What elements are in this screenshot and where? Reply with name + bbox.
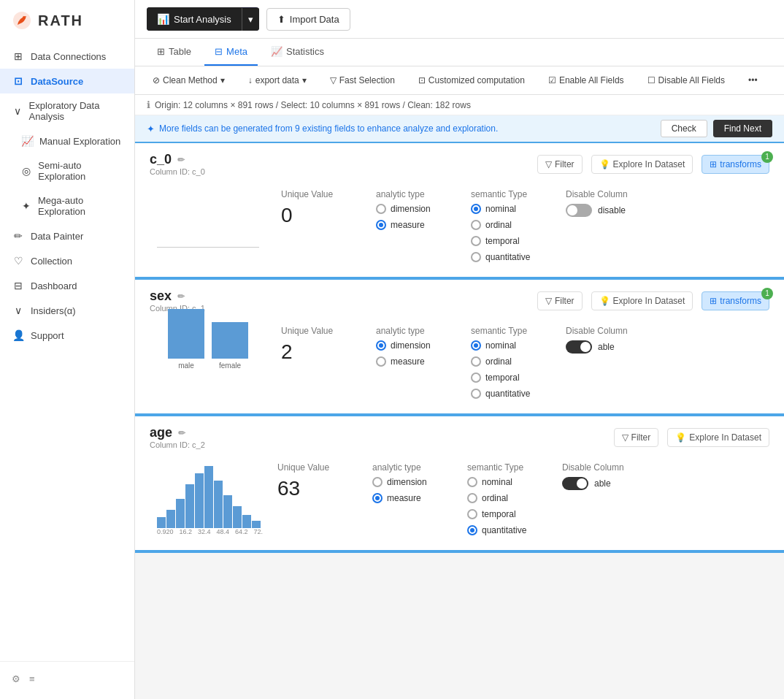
start-analysis-button[interactable]: 📊 Start Analysis ▾ (147, 7, 259, 31)
check-button[interactable]: Check (661, 120, 707, 137)
sidebar-item-data-painter[interactable]: ✏ Data Painter (0, 224, 134, 248)
column-actions-c0: ▽ Filter 💡 Explore In Dataset 1 ⊞ transf… (537, 155, 769, 174)
compute-icon: ⊡ (418, 75, 426, 85)
column-name-c1: sex ✏ (150, 289, 205, 304)
filter-button-c0[interactable]: ▽ Filter (537, 155, 583, 174)
edit-icon-c1[interactable]: ✏ (177, 291, 185, 302)
chevron-down-icon: ∨ (12, 105, 23, 117)
tab-meta[interactable]: ⊟ Meta (204, 39, 258, 66)
measure-radio-c2[interactable]: measure (372, 493, 453, 503)
sidebar-item-manual[interactable]: 📈 Manual Exploration (0, 129, 134, 153)
disable-toggle-c0[interactable] (566, 204, 592, 217)
transforms-button-c0[interactable]: 1 ⊞ transforms (702, 155, 769, 174)
export-data-button[interactable]: ↓ export data ▾ (242, 72, 312, 88)
analytic-type-label-c1: analytic type (376, 326, 456, 336)
tab-table[interactable]: ⊞ Table (147, 39, 201, 66)
hist-label-2: 32.4 (198, 528, 211, 535)
col-chart-c0 (150, 189, 266, 248)
filter-button-c2[interactable]: ▽ Filter (614, 428, 659, 447)
start-analysis-dropdown[interactable]: ▾ (242, 8, 259, 31)
settings-icon[interactable]: ⚙ (12, 673, 20, 684)
sidebar-item-mega-auto[interactable]: ✦ Mega-auto Exploration (0, 188, 134, 224)
sidebar-item-support[interactable]: 👤 Support (0, 323, 134, 348)
sidebar-item-collection[interactable]: ♡ Collection (0, 248, 134, 273)
clean-method-button[interactable]: ⊘ Clean Method ▾ (147, 72, 231, 88)
disable-all-fields-button[interactable]: ☐ Disable All Fields (642, 72, 731, 88)
dimension-label-c0: dimension (391, 204, 431, 214)
ordinal-radio-c0[interactable]: ordinal (471, 220, 551, 230)
nominal-radio-c0[interactable]: nominal (471, 204, 551, 214)
menu-icon[interactable]: ≡ (29, 673, 35, 684)
bulb-icon-c2: 💡 (675, 432, 686, 443)
nominal-radio-c2[interactable]: nominal (467, 477, 547, 487)
toggle-row-c2: able (562, 477, 642, 490)
filter-button-c1[interactable]: ▽ Filter (537, 291, 583, 310)
export-data-label: export data (255, 75, 299, 85)
dimension-radio-c1[interactable]: dimension (376, 340, 456, 351)
hist-label-3: 48.4 (216, 528, 229, 535)
quantitative-radio-c1[interactable]: quantitative (471, 389, 551, 399)
analytic-type-block-c1: analytic type dimension measure (376, 326, 456, 399)
sidebar-label-data-painter: Data Painter (31, 231, 83, 242)
sidebar-item-data-connections[interactable]: ⊞ Data Connections (0, 44, 134, 69)
semantic-type-block-c1: semantic Type nominal ordinal (471, 326, 551, 399)
quantitative-radio-c0[interactable]: quantitative (471, 252, 551, 262)
semantic-type-label-c0: semantic Type (471, 189, 551, 199)
transforms-button-c1[interactable]: 1 ⊞ transforms (702, 291, 769, 310)
fast-selection-button[interactable]: ▽ Fast Selection (324, 72, 401, 88)
quantitative-radio-c2[interactable]: quantitative (467, 525, 547, 535)
user-icon: 👤 (12, 329, 25, 341)
svg-rect-3 (166, 510, 175, 528)
more-options-button[interactable]: ••• (742, 72, 764, 88)
mega-auto-icon: ✦ (20, 200, 32, 212)
sidebar-item-exploratory[interactable]: ∨ Exploratory Data Analysis (0, 93, 134, 129)
hist-label-4: 64.2 (235, 528, 248, 535)
temporal-radio-c2[interactable]: temporal (467, 509, 547, 519)
sidebar-item-dashboard[interactable]: ⊟ Dashboard (0, 273, 134, 298)
nominal-radio-c1[interactable]: nominal (471, 340, 551, 351)
column-actions-c2: ▽ Filter 💡 Explore In Dataset (614, 428, 769, 447)
enable-all-fields-button[interactable]: ☑ Enable All Fields (542, 72, 630, 88)
main-toolbar: 📊 Start Analysis ▾ ⬆ Import Data (135, 0, 784, 39)
check-label: Check (672, 123, 696, 134)
temporal-radio-circle-c1 (471, 373, 481, 383)
svg-rect-11 (242, 515, 251, 528)
transforms-label-c0: transforms (720, 159, 761, 169)
dimension-radio-c0[interactable]: dimension (376, 204, 456, 214)
toggle-knob-c0 (567, 205, 577, 215)
temporal-radio-c0[interactable]: temporal (471, 236, 551, 246)
explore-button-c0[interactable]: 💡 Explore In Dataset (591, 155, 693, 174)
start-analysis-main[interactable]: 📊 Start Analysis (147, 7, 242, 31)
find-next-button[interactable]: Find Next (713, 120, 772, 137)
tab-statistics[interactable]: 📈 Statistics (261, 39, 334, 66)
nominal-label-c2: nominal (482, 477, 512, 487)
sidebar-item-semi-auto[interactable]: ◎ Semi-auto Exploration (0, 153, 134, 188)
column-actions-c1: ▽ Filter 💡 Explore In Dataset 1 ⊞ transf… (537, 291, 769, 310)
edit-icon-c0[interactable]: ✏ (177, 155, 185, 165)
temporal-label-c2: temporal (482, 509, 516, 519)
disable-toggle-c2[interactable] (562, 477, 588, 490)
dimension-radio-c2[interactable]: dimension (372, 477, 453, 487)
customized-computation-button[interactable]: ⊡ Customized computation (412, 72, 531, 88)
edit-icon-c2[interactable]: ✏ (178, 428, 185, 438)
suggestion-left: ✦ More fields can be generated from 9 ex… (147, 123, 498, 134)
tab-bar: ⊞ Table ⊟ Meta 📈 Statistics (135, 39, 784, 66)
measure-radio-c1[interactable]: measure (376, 356, 456, 367)
analytic-type-block-c0: analytic type dimension measure (376, 189, 456, 262)
temporal-radio-c1[interactable]: temporal (471, 373, 551, 383)
info-bar: ℹ Origin: 12 columns × 891 rows / Select… (135, 95, 784, 115)
filter-icon-c1: ▽ (545, 296, 552, 306)
ordinal-radio-c2[interactable]: ordinal (467, 493, 547, 503)
sidebar-label-exploratory: Exploratory Data Analysis (29, 100, 123, 122)
datasource-icon: ⊡ (12, 75, 25, 87)
bar-label-male: male (178, 362, 194, 370)
measure-radio-c0[interactable]: measure (376, 220, 456, 230)
ordinal-radio-c1[interactable]: ordinal (471, 356, 551, 367)
sidebar-item-insiders[interactable]: ∨ Insiders(α) (0, 298, 134, 323)
sidebar-item-datasource[interactable]: ⊡ DataSource (0, 69, 134, 93)
disable-toggle-c1[interactable] (566, 340, 592, 354)
measure-label-c1: measure (391, 356, 425, 367)
import-data-button[interactable]: ⬆ Import Data (266, 8, 350, 31)
explore-button-c1[interactable]: 💡 Explore In Dataset (591, 291, 693, 310)
explore-button-c2[interactable]: 💡 Explore In Dataset (667, 428, 769, 447)
